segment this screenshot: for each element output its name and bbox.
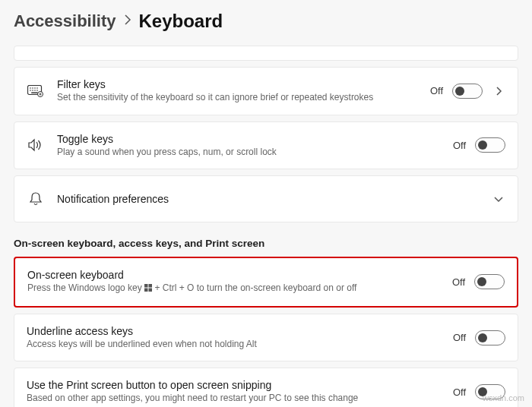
svg-point-1 [30,87,31,89]
osk-state: Off [452,276,465,288]
toggle-keys-toggle[interactable] [475,137,505,153]
chevron-right-icon[interactable] [492,86,505,96]
underline-toggle[interactable] [475,330,505,345]
breadcrumb-current: Keyboard [139,11,223,32]
speaker-icon [27,138,45,152]
underline-desc: Access keys will be underlined even when… [27,339,441,351]
svg-point-6 [32,90,33,91]
chevron-down-icon[interactable] [492,195,505,203]
bell-icon [27,191,45,207]
notification-prefs-row[interactable]: Notification preferences [14,175,518,222]
printscreen-row[interactable]: Use the Print screen button to open scre… [14,368,518,407]
breadcrumb: Accessibility Keyboard [0,0,532,46]
osk-title: On-screen keyboard [27,269,440,281]
filter-keys-title: Filter keys [57,78,418,90]
filter-keys-desc: Set the sensitivity of the keyboard so i… [57,92,418,104]
svg-point-2 [32,87,33,89]
windows-logo-icon [144,283,152,295]
toggle-keys-row[interactable]: Toggle keys Play a sound when you press … [14,121,518,170]
toggle-keys-title: Toggle keys [57,133,441,145]
filter-keys-toggle[interactable] [452,84,483,99]
svg-point-4 [36,87,38,89]
printscreen-desc: Based on other app settings, you might n… [27,393,441,405]
osk-toggle[interactable] [474,274,505,289]
filter-keys-state: Off [430,85,443,96]
svg-point-7 [34,90,36,91]
underline-state: Off [453,332,466,343]
svg-point-5 [30,90,31,91]
svg-rect-9 [31,92,38,93]
printscreen-title: Use the Print screen button to open scre… [27,379,441,391]
underline-title: Underline access keys [27,325,441,337]
svg-point-3 [34,87,36,89]
svg-rect-11 [144,284,148,288]
chevron-right-icon [124,14,131,28]
toggle-keys-desc: Play a sound when you press caps, num, o… [57,147,441,159]
breadcrumb-parent[interactable]: Accessibility [14,11,116,31]
panel-stub [14,46,518,61]
underline-row[interactable]: Underline access keys Access keys will b… [14,314,518,362]
printscreen-state: Off [453,386,466,398]
notification-prefs-title: Notification preferences [57,193,480,205]
filter-keys-row[interactable]: Filter keys Set the sensitivity of the k… [14,67,518,115]
osk-row[interactable]: On-screen keyboard Press the Windows log… [14,257,518,308]
osk-desc: Press the Windows logo key + Ctrl + O to… [27,282,440,295]
keyboard-icon [27,85,45,97]
section-header: On-screen keyboard, access keys, and Pri… [14,238,518,249]
svg-rect-13 [144,289,148,292]
toggle-keys-state: Off [453,140,466,151]
svg-point-8 [36,90,38,91]
watermark: wsxdn.com [483,393,524,402]
